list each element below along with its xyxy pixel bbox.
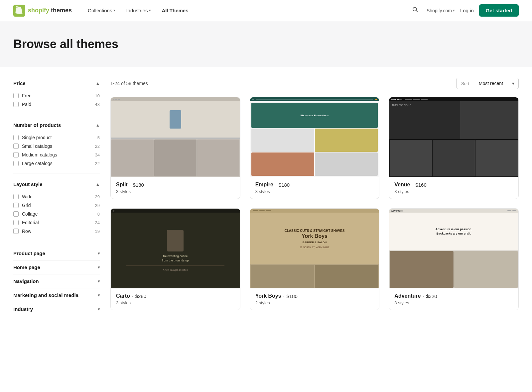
checkbox-paid[interactable] [13,102,19,107]
checkbox-editorial[interactable] [13,220,19,225]
theme-card-venue[interactable]: MORNING TIMELESS STYLE [389,97,519,199]
shopify-com-caret-icon: ▾ [453,8,455,13]
content-header: 1-24 of 58 themes Sort Most recent ▾ [110,78,519,89]
nav-industries[interactable]: Industries ▾ [122,5,155,16]
filter-home-page: Home page ▾ [13,260,100,274]
theme-card-carto[interactable]: Reinventing coffeefrom the grounds up A … [110,208,240,310]
filter-item-collage: Collage 8 [13,210,100,218]
theme-info-york: York Boys · $180 2 styles [250,288,379,310]
theme-card-empire[interactable]: Showcase Promotions Em [250,97,380,199]
filter-home-page-header[interactable]: Home page ▾ [13,264,100,270]
search-button[interactable] [409,4,421,17]
filter-item-single: Single product 5 [13,133,100,142]
filter-products-items: Single product 5 Small catalogs 22 Mediu… [13,133,100,168]
filter-navigation-header[interactable]: Navigation ▾ [13,278,100,284]
marketing-chevron-icon: ▾ [98,293,100,298]
product-page-chevron-icon: ▾ [98,251,100,256]
search-icon [412,6,419,13]
page-title: Browse all themes [13,37,519,51]
theme-info-carto: Carto · $280 3 styles [111,288,240,310]
nav-all-themes[interactable]: All Themes [158,5,192,16]
filter-price-header[interactable]: Price ▲ [13,78,100,89]
theme-info-empire: Empire · $180 3 styles [250,177,379,199]
sort-control: Sort Most recent ▾ [456,78,519,89]
checkbox-wide[interactable] [13,194,19,199]
price-chevron-icon: ▲ [96,81,100,86]
nav-right: Shopify.com ▾ Log in Get started [409,4,519,17]
theme-preview-empire: Showcase Promotions [250,97,379,177]
checkbox-medium[interactable] [13,152,19,157]
theme-info-split: Split · $180 3 styles [111,177,240,199]
filter-item-row: Row 19 [13,227,100,236]
themes-count: 1-24 of 58 themes [110,81,148,86]
filter-price: Price ▲ Free 10 Paid 48 [13,78,100,114]
content-area: 1-24 of 58 themes Sort Most recent ▾ [110,78,519,316]
svg-line-2 [416,11,418,12]
filter-item-grid: Grid 29 [13,201,100,210]
checkbox-collage[interactable] [13,211,19,217]
theme-info-venue: Venue · $160 3 styles [389,177,518,199]
filter-layout: Layout style ▲ Wide 29 Grid 29 [13,179,100,241]
filter-item-free: Free 10 [13,91,100,100]
filter-item-small: Small catalogs 22 [13,142,100,150]
filter-price-items: Free 10 Paid 48 [13,91,100,109]
products-chevron-icon: ▲ [96,123,100,128]
main-layout: Price ▲ Free 10 Paid 48 [0,67,532,327]
filter-item-wide: Wide 29 [13,192,100,201]
filter-layout-items: Wide 29 Grid 29 Collage 8 [13,192,100,236]
theme-preview-adventure: Adventure Adventure is our passion.Backp… [389,209,518,288]
checkbox-small[interactable] [13,144,19,149]
logo[interactable]: shopify themes [13,5,72,17]
theme-preview-venue: MORNING TIMELESS STYLE [389,97,518,177]
filter-item-large: Large catalogs 22 [13,159,100,168]
checkbox-free[interactable] [13,93,19,98]
filter-navigation: Navigation ▾ [13,274,100,288]
industry-chevron-icon: ▾ [98,307,100,312]
filter-product-page: Product page ▾ [13,246,100,260]
filter-layout-header[interactable]: Layout style ▲ [13,179,100,190]
shopify-com-link[interactable]: Shopify.com ▾ [427,8,455,13]
logo-text: shopify themes [28,7,72,14]
sort-value: Most recent [474,78,508,89]
hero-section: Browse all themes [0,21,532,67]
theme-card-adventure[interactable]: Adventure Adventure is our passion.Backp… [389,208,519,310]
checkbox-grid[interactable] [13,203,19,208]
sort-label: Sort [457,78,474,89]
collections-caret-icon: ▾ [113,8,115,13]
filter-product-page-header[interactable]: Product page ▾ [13,250,100,256]
theme-preview-split [111,97,240,177]
login-link[interactable]: Log in [460,8,474,13]
checkbox-large[interactable] [13,161,19,166]
filter-item-medium: Medium catalogs 34 [13,150,100,159]
checkbox-single[interactable] [13,135,19,140]
nav-links: Collections ▾ Industries ▾ All Themes [84,5,409,16]
get-started-button[interactable]: Get started [479,4,519,17]
layout-chevron-icon: ▲ [96,182,100,187]
filter-item-editorial: Editorial 24 [13,218,100,227]
theme-preview-carto: Reinventing coffeefrom the grounds up A … [111,209,240,288]
filter-products: Number of products ▲ Single product 5 Sm… [13,120,100,173]
filter-marketing: Marketing and social media ▾ [13,288,100,302]
navbar: shopify themes Collections ▾ Industries … [0,0,532,21]
sort-caret-icon: ▾ [512,81,514,86]
sort-dropdown-button[interactable]: ▾ [508,78,518,89]
filter-industry: Industry ▾ [13,302,100,316]
nav-collections[interactable]: Collections ▾ [84,5,119,16]
filter-marketing-header[interactable]: Marketing and social media ▾ [13,292,100,298]
theme-info-adventure: Adventure · $320 3 styles [389,288,518,310]
filter-item-paid: Paid 48 [13,100,100,109]
filter-industry-header[interactable]: Industry ▾ [13,306,100,312]
industries-caret-icon: ▾ [149,8,151,13]
sidebar: Price ▲ Free 10 Paid 48 [13,78,100,316]
filter-products-header[interactable]: Number of products ▲ [13,120,100,131]
navigation-chevron-icon: ▾ [98,279,100,284]
theme-card-split[interactable]: Split · $180 3 styles [110,97,240,199]
checkbox-row[interactable] [13,229,19,234]
themes-grid: Split · $180 3 styles [110,97,519,310]
shopify-logo-icon [13,5,25,17]
theme-preview-york: CLASSIC CUTS & STRAIGHT SHAVESYork BoysB… [250,209,379,288]
theme-card-york[interactable]: CLASSIC CUTS & STRAIGHT SHAVESYork BoysB… [250,208,380,310]
home-page-chevron-icon: ▾ [98,265,100,270]
